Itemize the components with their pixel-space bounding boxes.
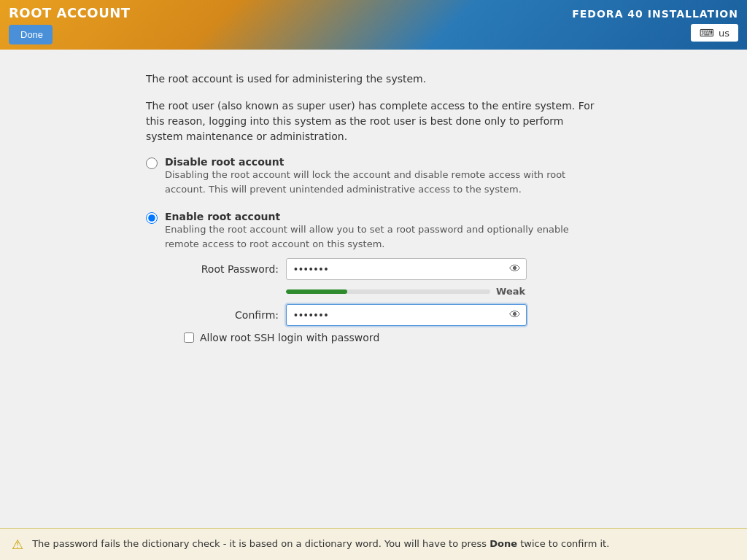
warning-text-after: twice to confirm it. [517,538,609,549]
enable-root-content: Enable root account Enabling the root ac… [165,211,601,343]
page-title: ROOT ACCOUNT [9,5,131,20]
root-password-label: Root Password: [184,263,279,275]
root-password-row: Root Password: 👁 [184,258,601,280]
ssh-login-checkbox[interactable] [184,332,194,343]
confirm-password-wrapper: 👁 [286,304,527,326]
strength-label: Weak [496,286,525,297]
warning-text: The password fails the dictionary check … [32,537,609,551]
strength-row: Weak [286,286,601,297]
keyboard-icon: ⌨ [700,27,714,39]
intro-text-1: The root account is used for administeri… [146,71,601,87]
ssh-checkbox-row: Allow root SSH login with password [184,332,601,343]
confirm-password-label: Confirm: [184,309,279,321]
warning-text-before: The password fails the dictionary check … [32,538,489,549]
ssh-login-label[interactable]: Allow root SSH login with password [200,332,379,343]
keyboard-lang: us [719,28,729,39]
done-button[interactable]: Done [9,25,53,44]
root-password-toggle[interactable]: 👁 [509,262,521,276]
keyboard-indicator: ⌨ us [691,24,738,42]
confirm-password-input[interactable] [286,304,527,326]
confirm-password-toggle[interactable]: 👁 [509,308,521,322]
password-form: Root Password: 👁 Weak Confirm: [184,258,601,326]
warning-icon: ⚠ [12,537,23,552]
root-password-input[interactable] [286,258,527,280]
disable-root-radio[interactable] [146,158,158,169]
enable-root-desc: Enabling the root account will allow you… [165,222,601,251]
main-content: The root account is used for administeri… [0,50,747,528]
bottom-bar: ⚠ The password fails the dictionary chec… [0,528,747,560]
header-left: ROOT ACCOUNT Done [9,5,131,44]
disable-root-option: Disable root account Disabling the root … [146,156,601,196]
intro-text-2: The root user (also known as super user)… [146,98,601,144]
header-right: FEDORA 40 INSTALLATION ⌨ us [572,8,738,42]
enable-root-option: Enable root account Enabling the root ac… [146,211,601,343]
strength-bar-fill [286,289,347,294]
root-password-wrapper: 👁 [286,258,527,280]
strength-bar-container [286,289,490,294]
fedora-label: FEDORA 40 INSTALLATION [572,8,738,20]
disable-root-label[interactable]: Disable root account [165,156,284,168]
disable-root-content: Disable root account Disabling the root … [165,156,601,196]
warning-done-bold: Done [489,538,517,549]
confirm-password-row: Confirm: 👁 [184,304,601,326]
enable-root-label[interactable]: Enable root account [165,211,280,222]
disable-root-desc: Disabling the root account will lock the… [165,168,601,196]
enable-root-radio[interactable] [146,212,158,224]
header: ROOT ACCOUNT Done FEDORA 40 INSTALLATION… [0,0,747,50]
